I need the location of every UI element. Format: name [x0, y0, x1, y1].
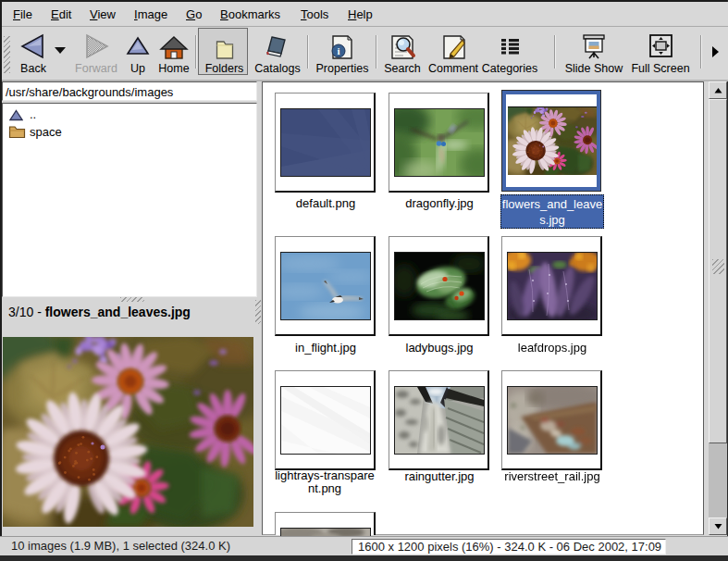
svg-text:i: i: [337, 45, 339, 56]
